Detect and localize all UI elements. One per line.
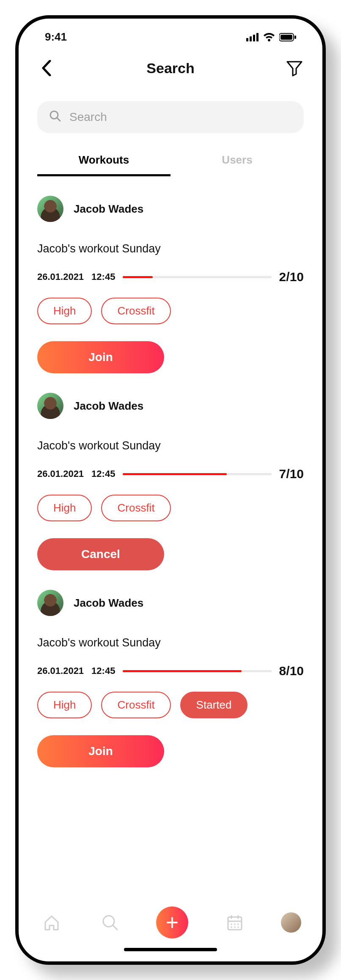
workout-card: Jacob Wades Jacob's workout Sunday 26.01… bbox=[37, 590, 304, 767]
workout-date: 26.01.2021 bbox=[37, 271, 84, 282]
wifi-icon bbox=[263, 33, 275, 41]
svg-rect-3 bbox=[256, 33, 258, 41]
nav-search[interactable] bbox=[98, 911, 122, 934]
workout-card: Jacob Wades Jacob's workout Sunday 26.01… bbox=[37, 393, 304, 570]
tag-chip[interactable]: Crossfit bbox=[101, 692, 170, 718]
status-bar: 9:41 bbox=[37, 30, 304, 44]
search-bar[interactable] bbox=[37, 101, 304, 133]
svg-line-8 bbox=[57, 118, 60, 121]
capacity-count: 2/10 bbox=[279, 270, 304, 284]
status-chip: Started bbox=[180, 692, 248, 718]
search-icon bbox=[49, 110, 61, 125]
bottom-nav: + bbox=[37, 906, 304, 944]
tag-chip[interactable]: High bbox=[37, 298, 92, 324]
chevron-left-icon bbox=[41, 60, 52, 76]
tag-chip[interactable]: High bbox=[37, 495, 92, 521]
tabs: Workouts Users bbox=[37, 148, 304, 176]
capacity-bar bbox=[123, 473, 271, 475]
cancel-button[interactable]: Cancel bbox=[37, 538, 164, 570]
workout-date: 26.01.2021 bbox=[37, 468, 84, 479]
svg-rect-6 bbox=[294, 36, 296, 39]
svg-point-15 bbox=[231, 923, 232, 925]
workout-title: Jacob's workout Sunday bbox=[37, 636, 304, 649]
svg-point-20 bbox=[237, 926, 239, 928]
calendar-icon bbox=[226, 914, 244, 931]
user-name[interactable]: Jacob Wades bbox=[74, 597, 143, 610]
workout-title: Jacob's workout Sunday bbox=[37, 242, 304, 255]
home-icon bbox=[43, 914, 60, 931]
svg-rect-5 bbox=[280, 35, 292, 40]
avatar[interactable] bbox=[37, 393, 63, 419]
workout-time: 12:45 bbox=[91, 271, 115, 282]
signal-icon bbox=[246, 33, 259, 41]
avatar[interactable] bbox=[37, 196, 63, 222]
svg-rect-2 bbox=[253, 35, 255, 41]
join-button[interactable]: Join bbox=[37, 341, 164, 373]
page-title: Search bbox=[146, 60, 194, 77]
workout-time: 12:45 bbox=[91, 665, 115, 676]
nav-profile[interactable] bbox=[281, 912, 301, 933]
nav-home[interactable] bbox=[40, 911, 63, 934]
workout-card: Jacob Wades Jacob's workout Sunday 26.01… bbox=[37, 196, 304, 373]
home-indicator bbox=[124, 948, 217, 951]
nav-calendar[interactable] bbox=[223, 911, 247, 934]
tag-chip[interactable]: Crossfit bbox=[101, 298, 170, 324]
tab-workouts[interactable]: Workouts bbox=[37, 148, 170, 176]
tag-chip[interactable]: High bbox=[37, 692, 92, 718]
user-name[interactable]: Jacob Wades bbox=[74, 400, 143, 413]
svg-point-18 bbox=[231, 926, 232, 928]
workout-time: 12:45 bbox=[91, 468, 115, 479]
add-button[interactable]: + bbox=[156, 906, 188, 939]
join-button[interactable]: Join bbox=[37, 735, 164, 767]
capacity-bar bbox=[123, 276, 271, 278]
svg-rect-0 bbox=[246, 38, 248, 41]
svg-point-17 bbox=[237, 923, 239, 925]
back-button[interactable] bbox=[37, 59, 56, 77]
battery-icon bbox=[279, 33, 296, 41]
plus-icon: + bbox=[166, 912, 179, 933]
svg-line-10 bbox=[113, 925, 117, 930]
capacity-count: 8/10 bbox=[279, 664, 304, 678]
search-input[interactable] bbox=[69, 110, 292, 124]
workout-date: 26.01.2021 bbox=[37, 665, 84, 676]
filter-icon bbox=[286, 60, 303, 77]
capacity-bar bbox=[123, 670, 271, 672]
capacity-count: 7/10 bbox=[279, 467, 304, 481]
tag-chip[interactable]: Crossfit bbox=[101, 495, 170, 521]
avatar[interactable] bbox=[37, 590, 63, 616]
user-name[interactable]: Jacob Wades bbox=[74, 203, 143, 216]
status-time: 9:41 bbox=[45, 30, 67, 44]
tab-users[interactable]: Users bbox=[170, 148, 304, 176]
svg-point-16 bbox=[234, 923, 236, 925]
svg-point-19 bbox=[234, 926, 236, 928]
svg-rect-1 bbox=[250, 36, 252, 41]
filter-button[interactable] bbox=[285, 59, 304, 77]
search-icon bbox=[101, 914, 119, 931]
workout-title: Jacob's workout Sunday bbox=[37, 439, 304, 452]
